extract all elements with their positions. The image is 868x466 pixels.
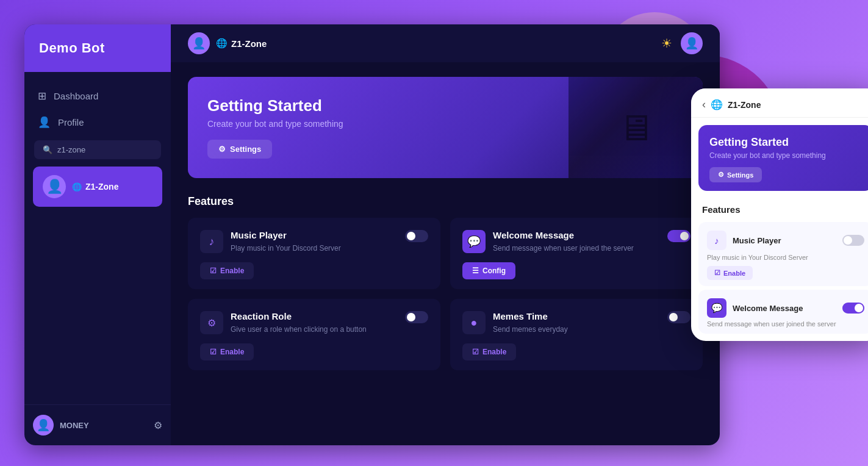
- username-label: MONEY: [60, 421, 148, 430]
- enable-checkmark-icon-2: ☑: [210, 348, 217, 356]
- mobile-banner: Getting Started Create your bot and type…: [698, 125, 868, 191]
- server-avatar: 👤: [43, 175, 66, 198]
- settings-icon: ⚙: [218, 145, 226, 154]
- memes-time-enable-button[interactable]: ☑ Enable: [462, 343, 516, 360]
- sidebar-server-card[interactable]: 👤 🌐 Z1-Zone: [33, 167, 162, 207]
- welcome-message-config-button[interactable]: ☰ Config: [462, 262, 515, 279]
- getting-started-banner: Getting Started Create your bot and type…: [188, 77, 703, 178]
- topbar: 👤 🌐 Z1-Zone ☀ 👤: [171, 24, 720, 62]
- mobile-welcome-message-card: 💬 Welcome Message Send message when user…: [698, 290, 868, 334]
- mobile-settings-button[interactable]: ⚙ Settings: [709, 167, 762, 182]
- search-icon: 🔍: [43, 145, 52, 154]
- reaction-role-enable-label: Enable: [220, 348, 244, 356]
- mobile-mockup: ‹ 🌐 Z1-Zone Getting Started Create your …: [691, 88, 868, 341]
- reaction-role-desc: Give user a role when clicking on a butt…: [231, 324, 367, 335]
- sidebar: Demo Bot ⊞ Dashboard 👤 Profile 🔍 👤: [24, 24, 171, 445]
- topbar-server-name-text: Z1-Zone: [231, 38, 267, 49]
- mobile-music-player-desc: Play music in Your Discord Server: [707, 254, 864, 261]
- welcome-message-toggle[interactable]: [667, 230, 690, 242]
- reaction-role-title: Reaction Role: [231, 311, 367, 321]
- feature-card-music-player-header: ♪ Music Player Play music in Your Discor…: [200, 230, 428, 254]
- feature-card-memes-time-info: Memes Time Send memes everyday: [493, 311, 568, 335]
- sidebar-item-dashboard[interactable]: ⊞ Dashboard: [24, 83, 171, 109]
- dashboard-icon: ⊞: [38, 90, 46, 102]
- config-list-icon: ☰: [472, 267, 479, 275]
- welcome-message-footer: ☰ Config: [462, 262, 690, 279]
- mobile-welcome-message-title: Welcome Message: [733, 304, 842, 313]
- sidebar-bottom: 👤 MONEY ⚙: [24, 404, 171, 445]
- feature-card-music-player: ♪ Music Player Play music in Your Discor…: [188, 218, 440, 289]
- feature-card-welcome-message-info: Welcome Message Send message when user j…: [493, 230, 634, 254]
- reaction-role-toggle[interactable]: [405, 311, 428, 323]
- topbar-user-avatar[interactable]: 👤: [681, 32, 703, 54]
- banner-title: Getting Started: [207, 96, 343, 115]
- music-player-enable-label: Enable: [220, 267, 244, 275]
- profile-icon: 👤: [38, 116, 51, 129]
- user-avatar: 👤: [33, 415, 54, 436]
- welcome-message-icon: 💬: [462, 230, 486, 253]
- sidebar-server-name: 🌐 Z1-Zone: [72, 182, 118, 192]
- topbar-server-avatar: 👤: [188, 32, 210, 54]
- sidebar-nav: ⊞ Dashboard 👤 Profile 🔍 👤 🌐 Z1-Zone: [24, 72, 171, 404]
- mobile-music-player-title: Music Player: [733, 236, 842, 245]
- mobile-enable-checkmark-icon: ☑: [714, 269, 720, 277]
- mobile-settings-icon: ⚙: [718, 171, 724, 179]
- banner-subtitle: Create your bot and type something: [207, 119, 343, 129]
- mobile-welcome-message-toggle[interactable]: [842, 303, 864, 314]
- feature-card-reaction-role-info: Reaction Role Give user a role when clic…: [231, 311, 367, 335]
- settings-gear-icon[interactable]: ⚙: [154, 420, 162, 431]
- topbar-server-name: 🌐 Z1-Zone: [216, 38, 267, 49]
- music-player-desc: Play music in Your Discord Server: [231, 243, 341, 254]
- mobile-back-button[interactable]: ‹: [702, 98, 706, 111]
- mobile-music-player-enable-button[interactable]: ☑ Enable: [707, 266, 753, 280]
- banner-settings-button[interactable]: ⚙ Settings: [207, 140, 272, 159]
- welcome-message-title: Welcome Message: [493, 230, 634, 240]
- mobile-music-player-enable-label: Enable: [723, 270, 745, 277]
- reaction-role-footer: ☑ Enable: [200, 343, 428, 360]
- mobile-features-title: Features: [691, 198, 868, 218]
- music-player-footer: ☑ Enable: [200, 262, 428, 279]
- topbar-left: 👤 🌐 Z1-Zone: [188, 32, 267, 54]
- features-grid: ♪ Music Player Play music in Your Discor…: [188, 218, 703, 370]
- memes-time-footer: ☑ Enable: [462, 343, 690, 360]
- mobile-settings-label: Settings: [727, 171, 753, 179]
- globe-icon: 🌐: [72, 182, 82, 192]
- topbar-globe-icon: 🌐: [216, 38, 228, 49]
- mobile-music-player-card: ♪ Music Player Play music in Your Discor…: [698, 222, 868, 286]
- mobile-welcome-message-icon: 💬: [707, 298, 726, 318]
- sidebar-search-container: 🔍: [34, 140, 161, 159]
- reaction-role-enable-button[interactable]: ☑ Enable: [200, 343, 254, 360]
- feature-card-reaction-role: ⚙ Reaction Role Give user a role when cl…: [188, 299, 440, 370]
- mobile-music-player-header: ♪ Music Player: [707, 231, 864, 250]
- enable-checkmark-icon-3: ☑: [472, 348, 479, 356]
- memes-time-icon: ●: [462, 311, 486, 334]
- mobile-music-player-toggle[interactable]: [842, 235, 864, 246]
- sidebar-item-profile[interactable]: 👤 Profile: [24, 109, 171, 135]
- welcome-message-desc: Send message when user joined the server: [493, 243, 634, 254]
- memes-time-toggle[interactable]: [667, 311, 690, 323]
- music-player-toggle[interactable]: [405, 230, 428, 242]
- main-container: Demo Bot ⊞ Dashboard 👤 Profile 🔍 👤: [24, 24, 720, 445]
- banner-image: 🖥: [569, 77, 703, 178]
- welcome-message-config-label: Config: [482, 267, 506, 275]
- banner-image-inner: 🖥: [569, 77, 703, 178]
- sidebar-brand: Demo Bot: [24, 24, 171, 72]
- memes-time-title: Memes Time: [493, 311, 568, 321]
- enable-checkmark-icon: ☑: [210, 267, 217, 275]
- mobile-topbar: ‹ 🌐 Z1-Zone: [691, 88, 868, 118]
- memes-time-enable-label: Enable: [482, 348, 506, 356]
- theme-toggle-icon[interactable]: ☀: [661, 36, 672, 51]
- feature-card-memes-time-header: ● Memes Time Send memes everyday: [462, 311, 690, 335]
- music-player-icon: ♪: [200, 230, 223, 253]
- mobile-server-name: Z1-Zone: [728, 100, 868, 110]
- memes-time-desc: Send memes everyday: [493, 324, 568, 335]
- music-player-enable-button[interactable]: ☑ Enable: [200, 262, 254, 279]
- feature-card-memes-time: ● Memes Time Send memes everyday ☑ Enabl…: [450, 299, 703, 370]
- mobile-welcome-message-desc: Send message when user joined the server: [707, 320, 864, 328]
- server-name-text: Z1-Zone: [85, 182, 118, 192]
- features-section-title: Features: [188, 195, 703, 208]
- mobile-banner-title: Getting Started: [709, 136, 862, 149]
- main-content: 👤 🌐 Z1-Zone ☀ 👤 Getting Started C: [171, 24, 720, 445]
- sidebar-item-label-profile: Profile: [58, 117, 84, 127]
- search-input[interactable]: [57, 145, 152, 154]
